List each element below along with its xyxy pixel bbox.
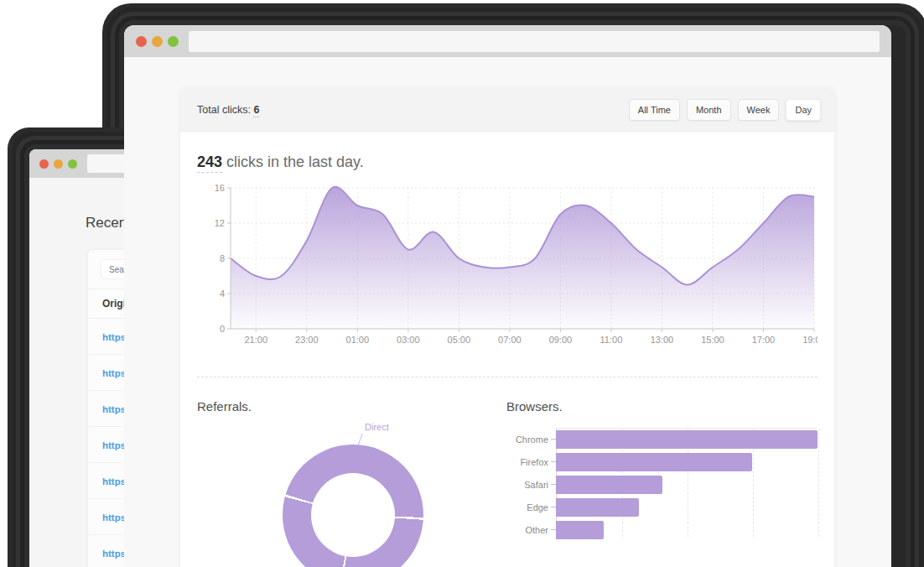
bar-row-edge: Edge: [506, 496, 818, 518]
traffic-lights: [136, 36, 179, 47]
svg-text:0: 0: [220, 324, 225, 334]
bar-label: Firefox: [506, 457, 548, 467]
svg-text:19:00: 19:00: [802, 335, 818, 345]
referrals-donut-chart: Direct: [197, 420, 506, 567]
bar-edge: [556, 498, 639, 517]
bar-firefox: [556, 453, 752, 471]
clicks-headline: 243 clicks in the last day.: [197, 153, 818, 171]
donut-callout-label: Direct: [365, 422, 389, 432]
svg-text:15:00: 15:00: [701, 335, 724, 345]
bar-label: Edge: [506, 502, 548, 512]
bar-row-chrome: Chrome: [506, 428, 818, 450]
bar-track: [556, 476, 818, 494]
bar-track: [556, 430, 818, 449]
bar-track: [556, 521, 818, 539]
bar-track: [556, 498, 818, 517]
bar-row-firefox: Firefox: [506, 450, 818, 473]
svg-text:16: 16: [215, 183, 225, 193]
front-window-toolbar: [124, 25, 891, 57]
referrals-section: Referrals. Direct: [197, 399, 506, 567]
svg-text:11:00: 11:00: [600, 335, 623, 345]
bar-chrome: [556, 430, 818, 449]
svg-text:13:00: 13:00: [651, 335, 674, 345]
donut-hole: [311, 473, 395, 557]
bar-label: Safari: [506, 480, 548, 490]
browsers-bar-chart: ChromeFirefoxSafariEdgeOther: [506, 428, 818, 541]
section-divider: [197, 377, 818, 377]
svg-text:4: 4: [220, 289, 225, 299]
donut-ring: [283, 445, 423, 567]
range-button-week[interactable]: Week: [738, 99, 780, 121]
range-button-day[interactable]: Day: [786, 99, 821, 121]
browsers-section: Browsers. ChromeFirefoxSafariEdgeOther: [506, 399, 818, 567]
range-buttons: All TimeMonthWeekDay: [622, 99, 821, 121]
svg-text:07:00: 07:00: [498, 335, 522, 345]
bar-safari: [556, 476, 662, 494]
svg-text:05:00: 05:00: [448, 335, 471, 345]
traffic-lights: [39, 159, 77, 169]
clicks-headline-text: clicks in the last day.: [222, 153, 364, 170]
bar-label: Other: [506, 525, 548, 535]
analytics-card-body: 243 clicks in the last day. 048121621:00…: [180, 132, 834, 567]
bar-other: [556, 521, 604, 539]
svg-text:01:00: 01:00: [346, 335, 370, 345]
range-button-month[interactable]: Month: [687, 99, 731, 121]
charts-row: Referrals. Direct Browsers.: [197, 399, 818, 567]
bar-row-safari: Safari: [506, 473, 818, 496]
address-bar[interactable]: [189, 31, 880, 52]
zoom-button-icon[interactable]: [68, 159, 77, 169]
svg-text:21:00: 21:00: [244, 335, 267, 345]
bar-track: [556, 453, 818, 471]
minimize-button-icon[interactable]: [152, 36, 163, 47]
clicks-count: 243: [197, 153, 222, 173]
total-clicks-label: Total clicks:: [197, 104, 251, 116]
clicks-area-chart: 048121621:0023:0001:0003:0005:0007:0009:…: [197, 183, 818, 355]
bar-label: Chrome: [506, 434, 548, 445]
svg-text:09:00: 09:00: [549, 335, 573, 345]
gridline: [818, 429, 819, 537]
svg-text:12: 12: [215, 218, 225, 228]
total-clicks: Total clicks: 6: [197, 104, 259, 116]
page: Recent Original https://https://https://…: [0, 0, 924, 567]
svg-text:23:00: 23:00: [295, 335, 319, 345]
svg-text:8: 8: [220, 253, 225, 263]
bar-row-other: Other: [506, 518, 818, 541]
zoom-button-icon[interactable]: [168, 36, 179, 47]
minimize-button-icon[interactable]: [54, 159, 63, 169]
browsers-title: Browsers.: [506, 399, 818, 414]
total-clicks-value: 6: [253, 104, 259, 117]
range-button-all-time[interactable]: All Time: [629, 99, 680, 121]
close-button-icon[interactable]: [39, 159, 49, 169]
analytics-card: Total clicks: 6 All TimeMonthWeekDay 243…: [180, 88, 834, 567]
svg-text:03:00: 03:00: [397, 335, 420, 345]
analytics-card-header: Total clicks: 6 All TimeMonthWeekDay: [180, 88, 834, 132]
front-browser-window: Total clicks: 6 All TimeMonthWeekDay 243…: [124, 25, 891, 567]
referrals-title: Referrals.: [197, 399, 506, 414]
close-button-icon[interactable]: [136, 36, 147, 47]
svg-text:17:00: 17:00: [752, 335, 776, 345]
